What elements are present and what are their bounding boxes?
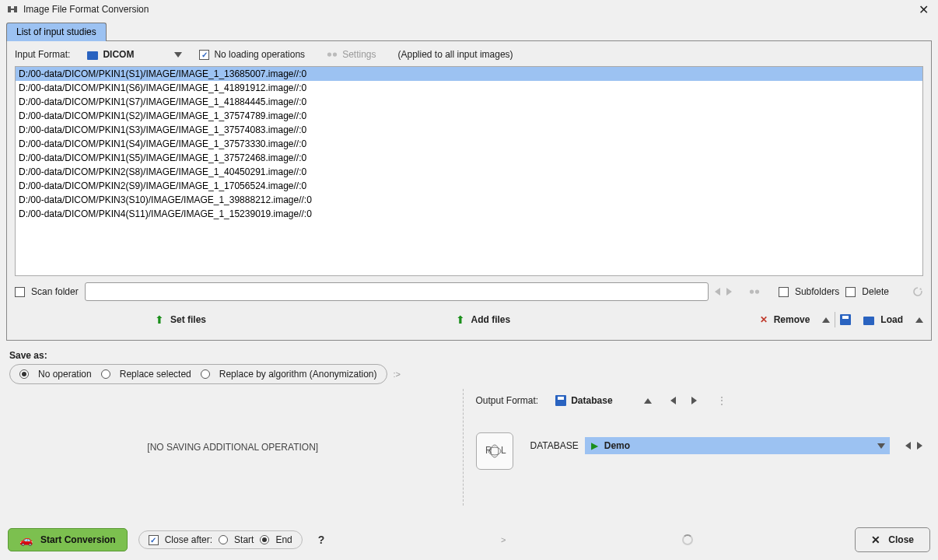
close-button[interactable]: ✕ Close — [855, 527, 930, 552]
svg-rect-1 — [14, 6, 17, 12]
radio-replace-algorithm[interactable] — [201, 369, 210, 379]
help-button[interactable]: ? — [318, 534, 325, 546]
svg-point-3 — [327, 52, 331, 56]
list-item[interactable]: D:/00-data/DICOM/PKIN1(S3)/IMAGE/IMAGE_1… — [16, 123, 922, 137]
svg-point-4 — [333, 52, 337, 56]
subfolders-checkbox[interactable] — [779, 287, 789, 297]
close-after-label: Close after: — [165, 534, 212, 545]
save-as-options: No operation Replace selected Replace by… — [9, 364, 387, 384]
list-item[interactable]: D:/00-data/DICOM/PKIN2(S9)/IMAGE/IMAGE_1… — [16, 179, 922, 193]
delete-label: Delete — [862, 286, 889, 297]
radio-start-label: Start — [234, 534, 254, 545]
chevron-right-icon: :> — [394, 369, 401, 379]
list-item[interactable]: D:/00-data/DICOM/PKIN2(S8)/IMAGE/IMAGE_1… — [16, 165, 922, 179]
radio-no-operation[interactable] — [19, 369, 29, 379]
database-icon — [555, 395, 566, 406]
svg-point-6 — [755, 289, 759, 293]
list-item[interactable]: D:/00-data/DICOM/PKIN1(S6)/IMAGE/IMAGE_1… — [16, 81, 922, 95]
no-loading-checkbox[interactable] — [199, 50, 209, 60]
start-conversion-button[interactable]: 🚗 Start Conversion — [8, 528, 128, 551]
chevron-right-icon: > — [501, 535, 506, 544]
save-icon[interactable] — [840, 314, 851, 325]
scan-folder-checkbox[interactable] — [15, 287, 25, 297]
scan-folder-label: Scan folder — [31, 286, 79, 297]
input-files-list[interactable]: D:/00-data/DICOM/PKIN1(S1)/IMAGE/IMAGE_1… — [15, 66, 923, 276]
output-format-dropdown[interactable]: Database — [555, 395, 612, 406]
applied-all-text: (Applied to all input images) — [397, 49, 513, 60]
prev-icon[interactable] — [905, 442, 911, 450]
more-icon: ⋮ — [717, 395, 726, 406]
link-icon[interactable] — [749, 286, 760, 297]
spinner-icon — [682, 534, 693, 545]
list-item[interactable]: D:/00-data/DICOM/PKIN1(S4)/IMAGE/IMAGE_1… — [16, 137, 922, 151]
radio-replace-selected-label: Replace selected — [120, 369, 191, 380]
database-label: DATABASE — [530, 440, 579, 451]
database-value: Demo — [604, 440, 630, 451]
prev-icon[interactable] — [715, 288, 720, 296]
next-icon[interactable] — [917, 442, 922, 450]
orientation-icon[interactable]: RL — [476, 432, 513, 470]
delete-checkbox[interactable] — [845, 287, 856, 297]
settings-icon — [327, 49, 338, 60]
chevron-up-icon[interactable] — [644, 398, 652, 404]
prev-icon[interactable] — [670, 397, 676, 404]
x-icon: ✕ — [760, 314, 768, 325]
svg-text:L: L — [501, 445, 506, 456]
no-saving-text: [NO SAVING ADDITIONAL OPERATION] — [9, 389, 457, 506]
dicom-icon — [87, 51, 98, 60]
database-dropdown[interactable]: ▶ Demo — [585, 437, 890, 454]
next-icon[interactable] — [726, 288, 732, 296]
settings-button[interactable]: Settings — [342, 49, 376, 60]
load-button[interactable]: Load — [863, 314, 903, 325]
close-icon: ✕ — [871, 534, 880, 546]
svg-rect-2 — [11, 9, 14, 10]
list-item[interactable]: D:/00-data/DICOM/PKIN1(S1)/IMAGE/IMAGE_1… — [16, 67, 922, 81]
add-files-button[interactable]: ⬆ Add files — [456, 313, 511, 326]
list-item[interactable]: D:/00-data/DICOM/PKIN1(S2)/IMAGE/IMAGE_1… — [16, 109, 922, 123]
radio-end-label: End — [275, 534, 292, 545]
no-loading-label: No loading operations — [214, 49, 305, 60]
chevron-down-icon — [174, 52, 182, 58]
app-logo-icon — [6, 3, 19, 16]
folder-icon — [863, 317, 874, 325]
remove-button[interactable]: ✕ Remove — [760, 314, 810, 325]
play-icon: ▶ — [591, 440, 598, 451]
list-item[interactable]: D:/00-data/DICOM/PKIN3(S10)/IMAGE/IMAGE_… — [16, 193, 922, 207]
arrow-up-icon: ⬆ — [456, 313, 465, 326]
radio-no-operation-label: No operation — [38, 369, 92, 380]
separator — [835, 312, 835, 327]
output-format-label: Output Format: — [476, 395, 539, 406]
save-as-heading: Save as: — [9, 350, 929, 361]
window-title: Image File Format Conversion — [23, 4, 915, 15]
radio-end[interactable] — [260, 535, 269, 544]
list-item[interactable]: D:/00-data/DICOM/PKIN4(S11)/IMAGE/IMAGE_… — [16, 207, 922, 221]
input-panel: Input Format: DICOM No loading operation… — [6, 40, 932, 341]
close-after-group: Close after: Start End — [138, 530, 303, 549]
scan-folder-input[interactable] — [85, 282, 709, 301]
chevron-down-icon — [877, 443, 885, 449]
input-format-dropdown[interactable]: DICOM — [87, 49, 182, 60]
arrow-up-icon: ⬆ — [155, 313, 164, 326]
chevron-up-icon[interactable] — [822, 317, 830, 323]
list-item[interactable]: D:/00-data/DICOM/PKIN1(S7)/IMAGE/IMAGE_1… — [16, 95, 922, 109]
svg-point-5 — [750, 289, 754, 293]
radio-start[interactable] — [219, 535, 228, 544]
subfolders-label: Subfolders — [795, 286, 839, 297]
input-format-value: DICOM — [103, 49, 134, 60]
next-icon[interactable] — [691, 397, 697, 404]
vertical-divider — [463, 389, 464, 506]
set-files-button[interactable]: ⬆ Set files — [155, 313, 206, 326]
refresh-icon[interactable] — [912, 286, 923, 297]
chevron-up-icon[interactable] — [915, 317, 923, 323]
radio-replace-algorithm-label: Replace by algorithm (Anonymization) — [219, 369, 377, 380]
close-after-checkbox[interactable] — [149, 535, 159, 545]
radio-replace-selected[interactable] — [101, 369, 110, 379]
svg-rect-0 — [8, 6, 11, 12]
input-format-label: Input Format: — [15, 49, 70, 60]
car-icon: 🚗 — [19, 534, 33, 546]
list-item[interactable]: D:/00-data/DICOM/PKIN1(S5)/IMAGE/IMAGE_1… — [16, 151, 922, 165]
output-format-value: Database — [571, 395, 612, 406]
tab-input-studies[interactable]: List of input studies — [6, 23, 107, 41]
window-close-button[interactable]: ✕ — [915, 2, 932, 17]
